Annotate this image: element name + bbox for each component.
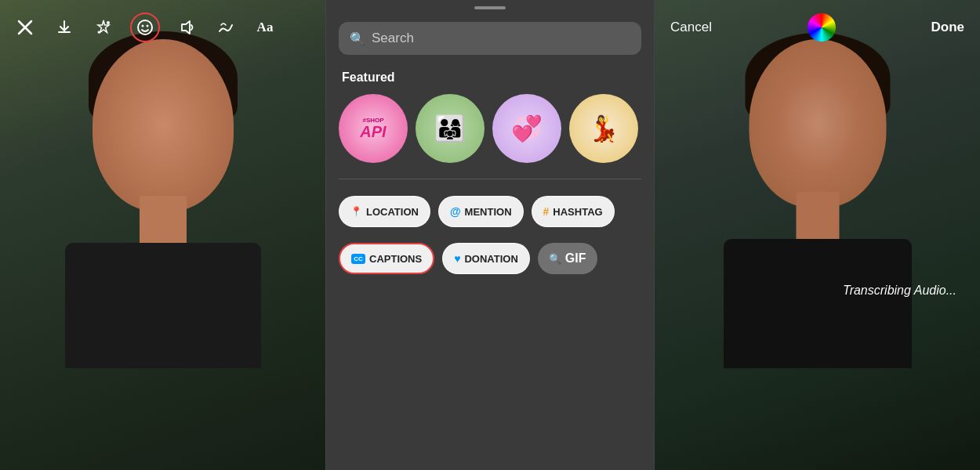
search-icon: 🔍 — [350, 31, 365, 46]
shirt-left — [65, 243, 261, 368]
text-icon: Aa — [257, 20, 274, 35]
cancel-button[interactable]: Cancel — [670, 20, 712, 35]
search-bar[interactable]: 🔍 Search — [339, 22, 641, 55]
drag-handle — [474, 6, 506, 9]
svg-point-5 — [142, 25, 144, 27]
transcribing-text: Transcribing Audio... — [843, 284, 956, 298]
right-panel: Cancel Done Transcribing Audio... — [655, 0, 980, 470]
location-label: LOCATION — [366, 206, 419, 218]
svg-point-3 — [98, 31, 100, 34]
sticker-heart-group[interactable]: 💞 — [492, 94, 561, 163]
donation-icon: ♥ — [454, 252, 460, 265]
gif-search-icon: 🔍 — [549, 253, 561, 265]
text-button[interactable]: Aa — [252, 15, 278, 40]
featured-label: Featured — [342, 70, 395, 85]
hashtag-label: HASHTAG — [553, 206, 602, 218]
stickers-row: #SHOP API 👨‍👩‍👧 💞 💃 — [339, 94, 641, 163]
donation-pill[interactable]: ♥ DONATION — [442, 243, 530, 274]
toolbar-left: Aa — [0, 0, 325, 55]
sticker-group-people[interactable]: 👨‍👩‍👧 — [416, 94, 485, 163]
api-text: API — [360, 124, 386, 139]
sticker-dance[interactable]: 💃 — [569, 94, 638, 163]
captions-label: CAPTIONS — [369, 253, 422, 265]
gif-label: GIF — [565, 251, 586, 266]
hashtag-icon: # — [543, 205, 550, 218]
shirt-right — [724, 239, 912, 368]
search-container: 🔍 Search — [339, 22, 641, 55]
color-picker-button[interactable] — [808, 13, 836, 42]
captions-pill[interactable]: CC CAPTIONS — [339, 243, 434, 274]
skin-left — [93, 39, 234, 212]
svg-point-4 — [138, 20, 152, 34]
dance-emoji: 💃 — [588, 114, 619, 143]
sticker-button[interactable] — [130, 13, 160, 42]
pill-row-2: CC CAPTIONS ♥ DONATION 🔍 GIF — [339, 243, 641, 274]
effects-button[interactable] — [91, 15, 116, 40]
heart-emoji: 💞 — [511, 114, 543, 143]
done-button[interactable]: Done — [931, 20, 964, 35]
toolbar-right: Cancel Done — [655, 0, 980, 55]
search-placeholder[interactable]: Search — [372, 31, 630, 46]
group-emoji: 👨‍👩‍👧 — [434, 114, 466, 143]
svg-point-6 — [147, 25, 149, 27]
svg-marker-7 — [182, 21, 190, 34]
close-button[interactable] — [13, 15, 38, 40]
hashtag-pill[interactable]: # HASHTAG — [532, 196, 615, 227]
face-right — [720, 39, 916, 368]
cc-icon: CC — [351, 254, 365, 264]
donation-label: DONATION — [464, 253, 517, 265]
pill-row-1: 📍 LOCATION @ MENTION # HASHTAG — [339, 196, 641, 227]
mention-pill[interactable]: @ MENTION — [438, 196, 524, 227]
mention-icon: @ — [450, 205, 461, 218]
skin-right — [749, 39, 886, 208]
middle-panel: 🔍 Search Featured #SHOP API 👨‍👩‍👧 💞 💃 📍 … — [325, 0, 655, 470]
divider — [339, 179, 641, 179]
gif-pill[interactable]: 🔍 GIF — [538, 243, 597, 274]
location-pill[interactable]: 📍 LOCATION — [339, 196, 430, 227]
sticker-shop-api[interactable]: #SHOP API — [339, 94, 408, 163]
svg-point-2 — [107, 21, 110, 24]
scribble-button[interactable] — [213, 15, 238, 40]
audio-button[interactable] — [174, 15, 199, 40]
mention-label: MENTION — [465, 206, 512, 218]
location-icon: 📍 — [350, 206, 362, 217]
face-left — [65, 39, 261, 368]
download-button[interactable] — [52, 15, 77, 40]
left-panel: Aa — [0, 0, 325, 470]
